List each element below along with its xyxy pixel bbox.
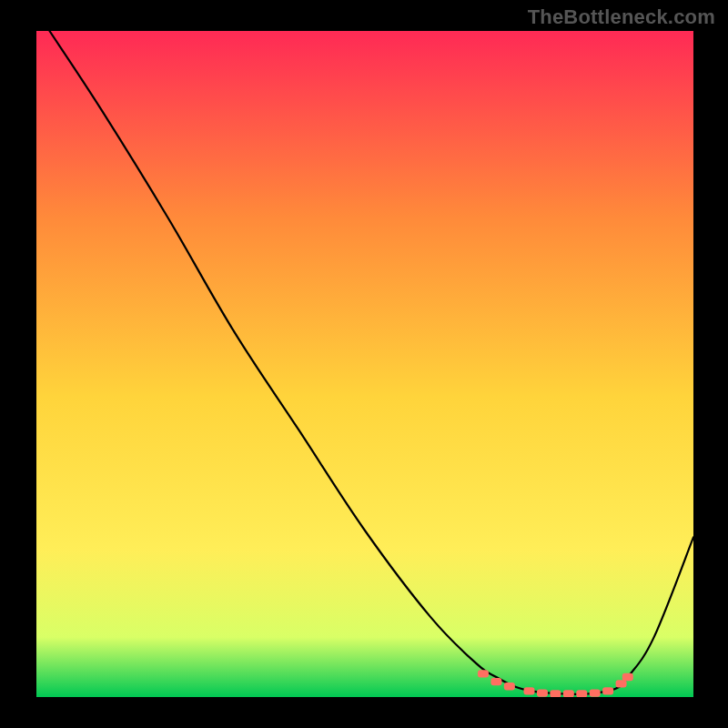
optimal-marker bbox=[622, 673, 633, 681]
optimal-marker bbox=[537, 689, 548, 696]
optimal-marker bbox=[602, 687, 613, 694]
optimal-marker bbox=[563, 690, 574, 697]
plot-svg bbox=[36, 31, 693, 697]
watermark-label: TheBottleneck.com bbox=[528, 5, 715, 29]
optimal-marker bbox=[524, 687, 535, 694]
optimal-marker bbox=[550, 690, 561, 697]
optimal-marker bbox=[478, 670, 489, 677]
optimal-marker bbox=[576, 690, 587, 697]
gradient-area bbox=[36, 31, 693, 697]
bottleneck-plot bbox=[36, 31, 693, 697]
optimal-marker bbox=[504, 682, 515, 690]
optimal-marker bbox=[616, 680, 627, 687]
chart-frame: TheBottleneck.com bbox=[0, 0, 728, 728]
optimal-marker bbox=[590, 689, 601, 696]
optimal-marker bbox=[490, 678, 501, 685]
